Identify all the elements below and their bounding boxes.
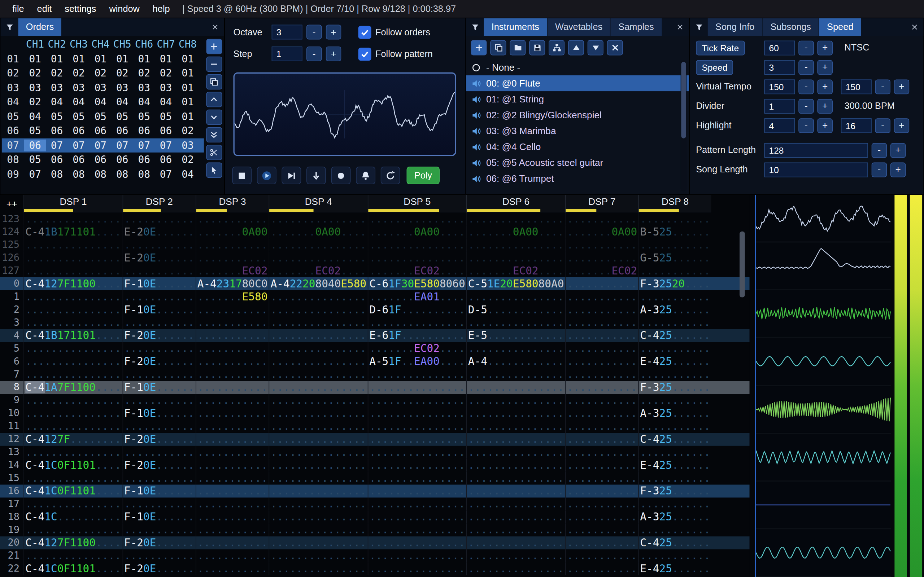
speed-input[interactable] bbox=[764, 60, 795, 75]
order-cell[interactable]: 02 bbox=[24, 96, 46, 108]
pattern-cell[interactable]: ........... bbox=[122, 290, 195, 303]
window-menu-icon[interactable] bbox=[466, 18, 484, 36]
pattern-cell[interactable]: ........... bbox=[122, 213, 195, 226]
pattern-cell[interactable]: E-20E...... bbox=[122, 226, 195, 239]
order-cell[interactable]: 06 bbox=[133, 125, 155, 137]
pattern-cell[interactable]: ............... bbox=[23, 316, 122, 329]
pattern-cell[interactable]: A-4231780C0 bbox=[195, 277, 269, 290]
pattern-cell[interactable]: ............... bbox=[23, 394, 122, 407]
pattern-cell[interactable]: C-425...... bbox=[638, 536, 711, 549]
pattern-cell[interactable]: C-425...... bbox=[638, 433, 711, 446]
pattern-cell[interactable]: ............... bbox=[23, 303, 122, 316]
repeat-pattern-button[interactable] bbox=[381, 167, 400, 184]
pattern-cell[interactable]: ............... bbox=[466, 485, 565, 498]
move-order-up-button[interactable] bbox=[206, 92, 222, 107]
pattern-cell[interactable]: ............... bbox=[466, 523, 565, 536]
pattern-cell[interactable]: ........... bbox=[565, 433, 638, 446]
order-cell[interactable]: 06 bbox=[111, 154, 133, 166]
virtual-tempo-numerator-increment-button[interactable]: + bbox=[817, 79, 832, 94]
order-cell[interactable]: 03 bbox=[46, 82, 68, 94]
metronome-button[interactable] bbox=[356, 167, 375, 184]
order-cell[interactable]: 05 bbox=[133, 111, 155, 122]
instrument-item[interactable]: 04: @4 Cello bbox=[466, 139, 689, 155]
pattern-cell[interactable]: .......EC02.... bbox=[367, 264, 466, 277]
order-cell[interactable]: 04 bbox=[133, 96, 155, 108]
pattern-cell[interactable]: ........... bbox=[565, 549, 638, 562]
pattern-cell[interactable]: ........... bbox=[195, 498, 269, 511]
order-cell[interactable]: 01 bbox=[177, 96, 199, 108]
pattern-cell[interactable]: ............... bbox=[23, 290, 122, 303]
pattern-cell[interactable]: ........... bbox=[195, 381, 269, 394]
instrument-item[interactable]: 03: @3 Marimba bbox=[466, 123, 689, 139]
duplicate-order-button[interactable] bbox=[206, 74, 222, 89]
octave-increment-button[interactable]: + bbox=[326, 25, 341, 40]
order-cell[interactable]: 07 bbox=[89, 140, 111, 152]
order-row-number[interactable]: 06 bbox=[2, 125, 24, 137]
pattern-cell[interactable]: C-61F30E5808060 bbox=[367, 277, 466, 290]
pattern-cell[interactable]: F-10E...... bbox=[122, 511, 195, 524]
pattern-cell[interactable]: ........... bbox=[565, 329, 638, 342]
pattern-cell[interactable]: F-10E...... bbox=[122, 277, 195, 290]
window-menu-icon[interactable] bbox=[690, 18, 708, 36]
pattern-cell[interactable]: A-4............ bbox=[466, 355, 565, 368]
order-cell[interactable]: 01 bbox=[89, 53, 111, 65]
tick-rate-button[interactable]: Tick Rate bbox=[696, 40, 745, 55]
pattern-cell[interactable]: ............... bbox=[466, 459, 565, 472]
channel-header-dsp-6[interactable]: DSP 6 bbox=[466, 195, 565, 213]
pattern-cell[interactable]: ........... bbox=[122, 420, 195, 433]
pattern-cell[interactable]: A-325...... bbox=[638, 407, 711, 420]
divider-increment-button[interactable]: + bbox=[817, 98, 832, 113]
pattern-cell[interactable]: ........... bbox=[565, 485, 638, 498]
order-cell[interactable]: 05 bbox=[89, 111, 111, 122]
instrument-hierarchy-button[interactable] bbox=[549, 40, 564, 55]
step-increment-button[interactable]: + bbox=[326, 47, 341, 61]
menu-settings[interactable]: settings bbox=[58, 3, 102, 14]
pattern-cell[interactable]: ............... bbox=[367, 433, 466, 446]
follow-pattern-checkbox[interactable] bbox=[359, 47, 372, 60]
order-cell[interactable]: 05 bbox=[155, 111, 176, 122]
song-length-input[interactable] bbox=[764, 162, 868, 177]
pattern-cell[interactable]: ........... bbox=[195, 251, 269, 264]
order-cell[interactable]: 01 bbox=[68, 53, 89, 65]
pattern-cell[interactable]: ........... bbox=[122, 394, 195, 407]
order-row-number[interactable]: 03 bbox=[2, 82, 24, 94]
pattern-cell[interactable]: E-61F.......... bbox=[367, 329, 466, 342]
pattern-cell[interactable]: A-422208040E580 bbox=[269, 277, 368, 290]
pattern-length-increment-button[interactable]: + bbox=[890, 143, 906, 158]
pattern-cell[interactable]: .......E580 bbox=[195, 290, 269, 303]
pattern-cell[interactable]: ........... bbox=[122, 316, 195, 329]
order-cell[interactable]: 02 bbox=[89, 68, 111, 79]
pattern-cell[interactable]: ............... bbox=[466, 342, 565, 355]
pattern-cell[interactable]: ........... bbox=[195, 485, 269, 498]
pattern-cell[interactable]: ............... bbox=[269, 459, 368, 472]
pattern-cell[interactable]: ............... bbox=[269, 420, 368, 433]
pattern-cell[interactable]: ............... bbox=[466, 407, 565, 420]
pattern-cell[interactable]: ............... bbox=[269, 355, 368, 368]
pattern-cell[interactable]: ........... bbox=[638, 394, 711, 407]
order-cell[interactable]: 07 bbox=[155, 140, 176, 152]
poly-button[interactable]: Poly bbox=[407, 167, 440, 184]
pattern-cell[interactable]: ............... bbox=[269, 407, 368, 420]
channel-header-dsp-2[interactable]: DSP 2 bbox=[122, 195, 195, 213]
highlight-first-decrement-button[interactable]: - bbox=[798, 118, 814, 133]
pattern-cell[interactable]: .......EC02 bbox=[195, 264, 269, 277]
order-cell[interactable]: 06 bbox=[46, 125, 68, 137]
pattern-cell[interactable]: ............... bbox=[466, 498, 565, 511]
pattern-cell[interactable]: ............... bbox=[367, 536, 466, 549]
pattern-cell[interactable]: ............... bbox=[269, 239, 368, 251]
order-cell[interactable]: 06 bbox=[68, 154, 89, 166]
order-row-number[interactable]: 09 bbox=[2, 168, 24, 180]
pattern-cell[interactable]: ........... bbox=[122, 523, 195, 536]
move-instrument-up-button[interactable] bbox=[568, 40, 584, 55]
pattern-cell[interactable]: A-51F..EA00.... bbox=[367, 355, 466, 368]
pattern-cell[interactable]: G-525...... bbox=[638, 251, 711, 264]
speed-increment-button[interactable]: + bbox=[817, 60, 832, 75]
pattern-cell[interactable]: E-425...... bbox=[638, 459, 711, 472]
order-cell[interactable]: 05 bbox=[111, 111, 133, 122]
pattern-cell[interactable]: B-525...... bbox=[638, 226, 711, 239]
order-cell[interactable]: 07 bbox=[133, 140, 155, 152]
channel-header-dsp-8[interactable]: DSP 8 bbox=[638, 195, 711, 213]
pattern-cell[interactable]: .......0A00.... bbox=[269, 226, 368, 239]
order-cell[interactable]: 03 bbox=[155, 82, 176, 94]
pattern-cell[interactable]: ........... bbox=[195, 459, 269, 472]
